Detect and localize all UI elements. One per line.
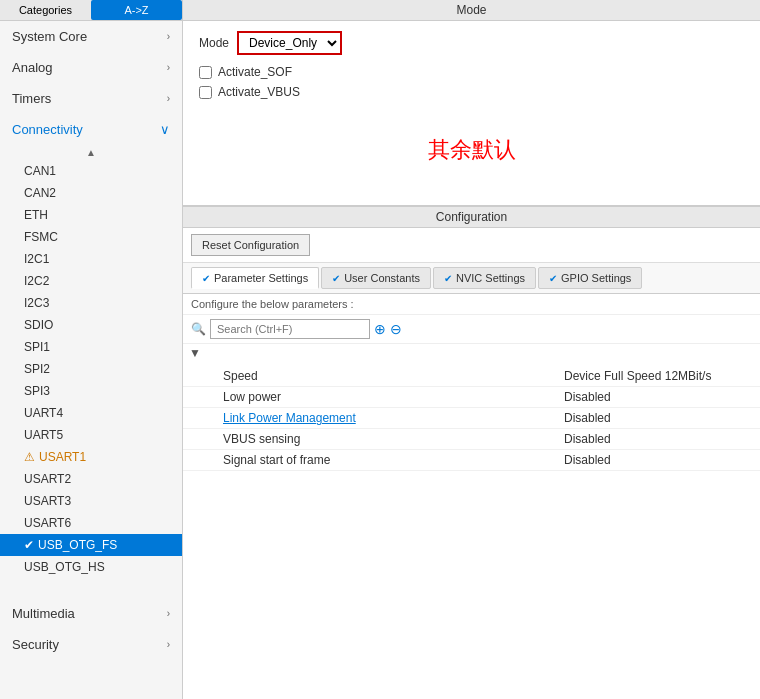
param-name-link[interactable]: Link Power Management xyxy=(223,411,564,425)
mode-header: Mode xyxy=(183,0,760,21)
activate-vbus-label: Activate_VBUS xyxy=(218,85,300,99)
content-area: Mode Mode Device_Only Activate_SOF Activ… xyxy=(183,0,760,699)
sidebar-item-usart1[interactable]: ⚠ USART1 xyxy=(0,446,182,468)
warning-icon: ⚠ xyxy=(24,450,35,464)
check-icon: ✔ xyxy=(202,273,210,284)
sidebar-item-spi2[interactable]: SPI2 xyxy=(0,358,182,380)
sidebar: Categories A->Z System Core › Analog › T… xyxy=(0,0,183,699)
activate-sof-label: Activate_SOF xyxy=(218,65,292,79)
config-header: Configuration xyxy=(183,206,760,228)
sidebar-item-connectivity[interactable]: Connectivity ∨ xyxy=(0,114,182,145)
collapse-row[interactable]: ▼ xyxy=(183,344,760,362)
activate-sof-checkbox[interactable] xyxy=(199,66,212,79)
tab-nvic-settings[interactable]: ✔ NVIC Settings xyxy=(433,267,536,289)
sidebar-item-label: Connectivity xyxy=(12,122,83,137)
sidebar-item-timers[interactable]: Timers › xyxy=(0,83,182,114)
chevron-right-icon: › xyxy=(167,608,170,619)
param-name: Signal start of frame xyxy=(223,453,564,467)
sidebar-item-i2c3[interactable]: I2C3 xyxy=(0,292,182,314)
param-value: Disabled xyxy=(564,390,744,404)
sidebar-item-usb-otg-hs[interactable]: USB_OTG_HS xyxy=(0,556,182,578)
collapse-all-icon[interactable]: ⊖ xyxy=(390,321,402,337)
sidebar-item-label: Timers xyxy=(12,91,51,106)
param-name: VBUS sensing xyxy=(223,432,564,446)
config-tabs: ✔ Parameter Settings ✔ User Constants ✔ … xyxy=(183,263,760,294)
sidebar-item-i2c2[interactable]: I2C2 xyxy=(0,270,182,292)
check-icon: ✔ xyxy=(332,273,340,284)
param-name: Low power xyxy=(223,390,564,404)
sidebar-item-security[interactable]: Security › xyxy=(0,629,182,660)
chinese-note: 其余默认 xyxy=(199,105,744,195)
param-value: Disabled xyxy=(564,453,744,467)
sidebar-item-label: System Core xyxy=(12,29,87,44)
reset-configuration-button[interactable]: Reset Configuration xyxy=(191,234,310,256)
table-row: Low power Disabled xyxy=(183,387,760,408)
sidebar-item-usb-otg-fs[interactable]: ✔ USB_OTG_FS xyxy=(0,534,182,556)
mode-body: Mode Device_Only Activate_SOF Activate_V… xyxy=(183,21,760,205)
sidebar-item-label: Multimedia xyxy=(12,606,75,621)
table-row: Speed Device Full Speed 12MBit/s xyxy=(183,366,760,387)
tab-categories[interactable]: Categories xyxy=(0,0,91,20)
sidebar-item-eth[interactable]: ETH xyxy=(0,204,182,226)
sidebar-item-fsmc[interactable]: FSMC xyxy=(0,226,182,248)
chevron-right-icon: › xyxy=(167,31,170,42)
table-row: Signal start of frame Disabled xyxy=(183,450,760,471)
sidebar-item-usart2[interactable]: USART2 xyxy=(0,468,182,490)
search-input[interactable] xyxy=(210,319,370,339)
mode-row: Mode Device_Only xyxy=(199,31,744,55)
tab-user-constants[interactable]: ✔ User Constants xyxy=(321,267,431,289)
sidebar-tabs: Categories A->Z xyxy=(0,0,182,21)
table-row: Link Power Management Disabled xyxy=(183,408,760,429)
sidebar-item-label: Security xyxy=(12,637,59,652)
tab-gpio-settings[interactable]: ✔ GPIO Settings xyxy=(538,267,642,289)
sidebar-item-sdio[interactable]: SDIO xyxy=(0,314,182,336)
chevron-right-icon: › xyxy=(167,93,170,104)
sidebar-item-analog[interactable]: Analog › xyxy=(0,52,182,83)
expand-all-icon[interactable]: ⊕ xyxy=(374,321,386,337)
check-icon: ✔ xyxy=(444,273,452,284)
connectivity-collapse-arrow[interactable]: ▲ xyxy=(0,145,182,160)
config-toolbar: Reset Configuration xyxy=(183,228,760,263)
table-row: VBUS sensing Disabled xyxy=(183,429,760,450)
config-section: Configuration Reset Configuration ✔ Para… xyxy=(183,206,760,699)
sidebar-item-multimedia[interactable]: Multimedia › xyxy=(0,598,182,629)
sidebar-item-label: Analog xyxy=(12,60,52,75)
sidebar-item-spi3[interactable]: SPI3 xyxy=(0,380,182,402)
sidebar-item-uart4[interactable]: UART4 xyxy=(0,402,182,424)
search-icon: 🔍 xyxy=(191,322,206,336)
activate-vbus-row: Activate_VBUS xyxy=(199,85,744,99)
sidebar-item-can2[interactable]: CAN2 xyxy=(0,182,182,204)
mode-section: Mode Mode Device_Only Activate_SOF Activ… xyxy=(183,0,760,206)
up-arrow-icon: ▲ xyxy=(86,147,96,158)
activate-vbus-checkbox[interactable] xyxy=(199,86,212,99)
sidebar-item-system-core[interactable]: System Core › xyxy=(0,21,182,52)
param-value: Disabled xyxy=(564,411,744,425)
check-icon: ✔ xyxy=(549,273,557,284)
param-value: Device Full Speed 12MBit/s xyxy=(564,369,744,383)
param-name: Speed xyxy=(223,369,564,383)
chevron-right-icon: › xyxy=(167,62,170,73)
mode-label: Mode xyxy=(199,36,229,50)
sidebar-item-can1[interactable]: CAN1 xyxy=(0,160,182,182)
param-value: Disabled xyxy=(564,432,744,446)
mode-select[interactable]: Device_Only xyxy=(237,31,342,55)
config-info: Configure the below parameters : xyxy=(183,294,760,315)
activate-sof-row: Activate_SOF xyxy=(199,65,744,79)
sidebar-item-usart6[interactable]: USART6 xyxy=(0,512,182,534)
sidebar-item-spi1[interactable]: SPI1 xyxy=(0,336,182,358)
chevron-down-icon: ∨ xyxy=(160,122,170,137)
tab-atoz[interactable]: A->Z xyxy=(91,0,182,20)
check-icon: ✔ xyxy=(24,538,34,552)
tab-parameter-settings[interactable]: ✔ Parameter Settings xyxy=(191,267,319,289)
chevron-right-icon: › xyxy=(167,639,170,650)
sidebar-item-usart3[interactable]: USART3 xyxy=(0,490,182,512)
sidebar-item-i2c1[interactable]: I2C1 xyxy=(0,248,182,270)
sidebar-item-uart5[interactable]: UART5 xyxy=(0,424,182,446)
search-bar: 🔍 ⊕ ⊖ xyxy=(183,315,760,344)
params-table: Speed Device Full Speed 12MBit/s Low pow… xyxy=(183,362,760,699)
